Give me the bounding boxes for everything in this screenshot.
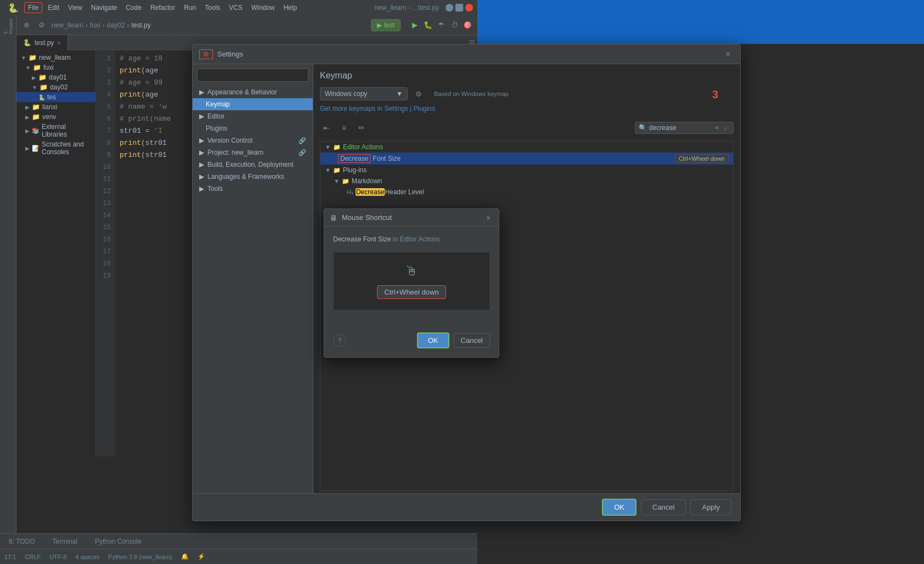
status-python: Python 3.8 (new_llearn) (108, 554, 172, 560)
bottom-toolbar: 6: TODO Terminal Python Console (0, 533, 477, 549)
project-panel: ▼ 📁 new_llearn ▼ 📁 fuxi ▶ 📁 day01 ▼ 📁 da… (16, 50, 96, 456)
tree-ext-libs[interactable]: ▶ 📚 External Libraries (16, 122, 95, 139)
nav-vcs[interactable]: ▶ Version Control 🔗 (193, 134, 313, 146)
group-expand-icon: ▼ (325, 144, 331, 150)
keymap-search-input[interactable] (649, 124, 715, 132)
sidebar-project-icon[interactable]: 1: Project (2, 20, 15, 33)
close-btn[interactable] (465, 4, 473, 12)
tree-day01[interactable]: ▶ 📁 day01 (16, 72, 95, 82)
menu-edit[interactable]: Edit (44, 3, 63, 13)
nav-arrow: ▶ (199, 149, 204, 156)
run-button[interactable]: ▶ test (371, 19, 401, 31)
menu-window[interactable]: Window (248, 3, 278, 13)
settings-cancel-btn[interactable]: Cancel (641, 499, 686, 515)
target-icon[interactable]: 🎯 (462, 20, 473, 31)
tab-todo[interactable]: 6: TODO (4, 537, 40, 546)
mouse-capture-area[interactable]: 🖱 Ctrl+Wheel down (333, 252, 490, 311)
nav-project[interactable]: ▶ Project: new_llearn 🔗 (193, 146, 313, 159)
tree-scratches[interactable]: ▶ 📝 Scratches and Consoles (16, 139, 95, 157)
menu-vcs[interactable]: VCS (226, 3, 246, 13)
keymap-selector-row: Windows copy ▼ ⚙ Based on Windows keymap (320, 87, 734, 100)
breadcrumb-file[interactable]: test.py (131, 21, 150, 29)
mouse-dialog-ok-btn[interactable]: OK (417, 332, 449, 348)
folder-icon: 📁 (32, 103, 40, 111)
status-icon1: 🔔 (181, 553, 189, 560)
debug-icon[interactable]: 🐛 (422, 20, 433, 31)
scratch-icon: 📝 (32, 145, 40, 152)
collapse-all-btn[interactable]: ⇤ (320, 121, 333, 134)
status-position: 17:1 (4, 554, 16, 560)
tree-root[interactable]: ▼ 📁 new_llearn (16, 53, 95, 63)
editor-actions-group[interactable]: ▼ 📁 Editor Actions (320, 142, 733, 153)
window-title: new_llearn - ...\test.py (375, 4, 439, 12)
tree-test-file[interactable]: 🐍 tes (16, 92, 95, 102)
nav-arrow: ▶ (199, 173, 204, 181)
mouse-shortcut-dialog: 🖥 Mouse Shortcut × Decrease Font Size in… (324, 208, 499, 358)
breadcrumb-root[interactable]: new_llearn (52, 21, 83, 29)
decrease-header-item[interactable]: H₁ Decrease Header Level (320, 187, 733, 198)
menu-run[interactable]: Run (181, 3, 199, 13)
settings-ok-btn[interactable]: OK (602, 499, 636, 516)
minimize-btn[interactable] (446, 4, 453, 12)
group-folder-icon: 📁 (333, 167, 341, 174)
menu-help[interactable]: Help (280, 3, 301, 13)
settings-icon[interactable]: ⚙ (36, 20, 47, 31)
group-folder-icon: 📁 (333, 144, 341, 151)
breadcrumb-2[interactable]: day02 (107, 21, 125, 29)
profile-icon[interactable]: ⏱ (449, 20, 460, 31)
tree-fuxi[interactable]: ▼ 📁 fuxi (16, 63, 95, 72)
mouse-dialog-help-btn[interactable]: ? (333, 334, 346, 347)
settings-search-input[interactable] (197, 69, 308, 82)
mouse-dialog-cancel-btn[interactable]: Cancel (454, 333, 490, 348)
maximize-btn[interactable] (455, 4, 463, 12)
menu-file[interactable]: File (24, 2, 42, 13)
menu-tools[interactable]: Tools (201, 3, 223, 13)
tab-terminal[interactable]: Terminal (48, 537, 82, 546)
menu-bar: 🐍 File Edit View Navigate Code Refactor … (0, 0, 477, 15)
search-clear-icon[interactable]: × (715, 124, 719, 132)
header-level-text: Header Level (385, 188, 424, 196)
menu-refactor[interactable]: Refactor (147, 3, 178, 13)
edit-shortcut-btn[interactable]: ✏ (355, 121, 368, 134)
keymap-settings-gear[interactable]: ⚙ (412, 87, 425, 100)
settings-apply-btn[interactable]: Apply (690, 499, 731, 515)
nav-build[interactable]: ▶ Build, Execution, Deployment (193, 159, 313, 171)
nav-editor[interactable]: ▶ Editor (193, 110, 313, 122)
nav-languages[interactable]: ▶ Languages & Frameworks (193, 171, 313, 183)
settings-nav: ▶ Appearance & Behavior Keymap ▶ Editor … (193, 64, 313, 493)
group-expand-icon: ▼ (334, 178, 340, 184)
tree-test-label: tes (47, 93, 56, 101)
tab-test-py[interactable]: 🐍 test.py × (16, 35, 68, 50)
status-charset: UTF-8 (49, 554, 66, 560)
keymap-dropdown[interactable]: Windows copy ▼ (320, 87, 408, 100)
expand-all-btn[interactable]: ≡ (337, 121, 351, 134)
tab-python-console[interactable]: Python Console (91, 537, 146, 546)
menu-code[interactable]: Code (122, 3, 145, 13)
nav-appearance[interactable]: ▶ Appearance & Behavior (193, 86, 313, 98)
mouse-dialog-close-btn[interactable]: × (483, 213, 493, 223)
menu-view[interactable]: View (65, 3, 86, 13)
nav-keymap[interactable]: Keymap (193, 98, 313, 110)
plugins-group[interactable]: ▼ 📁 Plug-ins (320, 165, 733, 176)
tab-close-icon[interactable]: × (57, 40, 60, 46)
mouse-dialog-body: Decrease Font Size in Editor Actions 🖱 C… (324, 227, 499, 328)
nav-vcs-label: Version Control (207, 137, 252, 144)
breadcrumb-1[interactable]: fuxi (90, 21, 100, 29)
markdown-group[interactable]: ▼ 📁 Markdown (320, 176, 733, 187)
nav-icon[interactable]: ⊕ (21, 20, 32, 31)
search-options-icon[interactable]: ⌕ (721, 123, 730, 132)
play-icon[interactable]: ▶ (409, 20, 420, 31)
folder-icon: 📁 (38, 74, 47, 81)
keymap-plugin-link[interactable]: Get more keymaps in Settings | Plugins (320, 105, 734, 112)
decrease-font-size-item[interactable]: Decrease Font Size Ctrl+Wheel down (320, 153, 733, 165)
tree-day02[interactable]: ▼ 📁 day02 (16, 82, 95, 92)
nav-tools[interactable]: ▶ Tools (193, 183, 313, 195)
tree-lianxi[interactable]: ▶ 📁 lianxi (16, 102, 95, 112)
nav-plugins[interactable]: Plugins (193, 122, 313, 134)
settings-close-btn[interactable]: × (723, 49, 734, 60)
folder-icon: 📁 (32, 113, 40, 121)
tree-venv[interactable]: ▶ 📁 venv (16, 112, 95, 122)
coverage-icon[interactable]: ☂ (436, 20, 447, 31)
menu-navigate[interactable]: Navigate (88, 3, 120, 13)
mouse-dialog-description: Decrease Font Size in Editor Actions (333, 235, 490, 243)
